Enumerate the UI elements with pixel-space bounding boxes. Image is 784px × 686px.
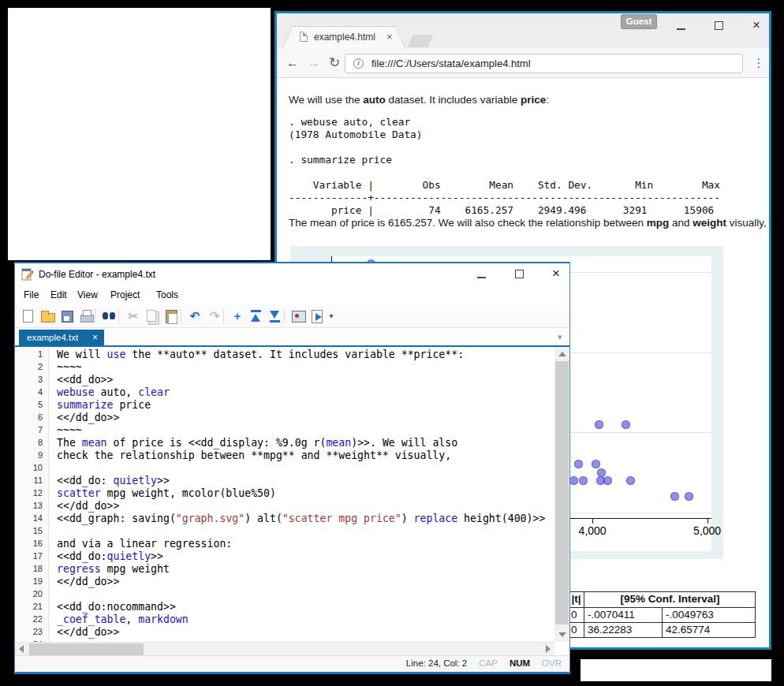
editor-line: We will use the **auto** dataset. It inc… (57, 349, 464, 360)
editor-line: regress mpg weight (57, 563, 170, 575)
browser-close-button[interactable]: × (745, 17, 767, 35)
redo-icon[interactable]: ↷ (206, 308, 223, 325)
line-number: 19 (33, 576, 43, 586)
undo-icon[interactable]: ↶ (186, 308, 203, 325)
editor-line: <</dd_do>> (57, 626, 119, 638)
scroll-right-icon[interactable] (546, 645, 551, 653)
output-line: . webuse auto, clear (289, 116, 720, 129)
editor-line: <<dd_do: quietly>> (57, 475, 170, 487)
line-number: 16 (33, 539, 43, 548)
line-number: 9 (38, 450, 43, 460)
save-file-icon[interactable] (58, 308, 76, 325)
scatter-point (622, 420, 630, 429)
blank-window (8, 8, 271, 260)
scatter-point (569, 476, 578, 485)
editor-line: <<dd_do:quietly>> (57, 550, 163, 562)
paste-icon[interactable] (162, 308, 180, 325)
x-tick-label: 5,000 (684, 524, 731, 537)
table-cell: 42.65774 (663, 623, 756, 638)
toolbar-separator (181, 308, 181, 323)
menu-tools[interactable]: Tools (156, 289, 178, 300)
browser-menu-icon[interactable]: ⋮ (751, 54, 767, 72)
tab-list-caret-icon[interactable]: ▾ (558, 332, 562, 342)
line-number: 1 (38, 349, 43, 359)
code-editor-area[interactable]: 123456789101112131415161718192021222324 … (15, 347, 554, 642)
x-tick (592, 519, 593, 524)
guest-profile-badge[interactable]: Guest (621, 14, 657, 29)
horizontal-scrollbar[interactable] (15, 642, 554, 655)
scatter-point (597, 468, 606, 477)
line-number: 7 (38, 425, 43, 434)
line-number: 23 (33, 627, 43, 636)
horizontal-scroll-thumb[interactable] (29, 643, 144, 655)
line-number: 15 (33, 526, 43, 535)
vertical-scroll-thumb[interactable] (555, 361, 569, 624)
minimize-icon (477, 277, 486, 278)
line-number: 2 (38, 362, 43, 371)
line-number: 14 (33, 513, 43, 523)
line-number: 21 (33, 602, 43, 611)
scatter-point (592, 460, 600, 468)
new-tab-button[interactable] (408, 35, 433, 47)
new-file-icon[interactable] (19, 308, 36, 325)
editor-line: ~~~~ (57, 424, 82, 436)
editor-line: ~~~~ (57, 361, 82, 373)
preview-document-icon[interactable] (289, 308, 307, 325)
table-cell: -.0049763 (663, 608, 756, 623)
print-icon[interactable] (78, 308, 95, 325)
scatter-point (574, 460, 583, 468)
menu-project[interactable]: Project (110, 289, 140, 300)
scroll-up-icon[interactable] (558, 352, 566, 356)
cut-icon[interactable]: ✂ (125, 308, 142, 325)
menu-edit[interactable]: Edit (50, 289, 67, 300)
overwrite-indicator: OVR (542, 658, 562, 668)
editor-close-button[interactable]: × (544, 266, 568, 283)
editor-maximize-button[interactable] (507, 266, 531, 283)
browser-tab[interactable]: example4.html × (282, 26, 405, 48)
scatter-point (603, 476, 612, 485)
menu-file[interactable]: File (24, 289, 39, 300)
vertical-scrollbar[interactable] (554, 347, 569, 642)
info-icon[interactable]: i (353, 58, 364, 69)
minimize-icon (677, 28, 685, 30)
scroll-down-icon[interactable] (558, 632, 566, 637)
bookmark-toggle-icon[interactable]: + (229, 308, 246, 325)
toolbar-separator (118, 308, 119, 323)
editor-toolbar: ✂↶↷+▾ (15, 305, 569, 328)
browser-minimize-button[interactable] (670, 17, 692, 35)
tab-close-icon[interactable]: × (92, 332, 98, 343)
find-icon[interactable] (100, 308, 118, 325)
toolbar-separator (223, 308, 224, 323)
forward-icon[interactable]: → (305, 54, 323, 72)
editor-line: check the relationship between **mpg** a… (57, 449, 451, 461)
line-number: 17 (33, 551, 43, 561)
coefficient-table-fragment: |t|[95% Conf. Interval]0-.0070411-.00497… (567, 591, 756, 638)
back-icon[interactable]: ← (284, 54, 301, 72)
tab-close-icon[interactable]: × (386, 31, 393, 43)
editor-minimize-button[interactable] (469, 266, 493, 283)
scatter-point (579, 476, 588, 485)
browser-maximize-button[interactable] (707, 17, 730, 35)
scroll-left-icon[interactable] (19, 645, 24, 653)
stata-output-block: . webuse auto, clear(1978 Automobile Dat… (289, 116, 720, 217)
refresh-icon[interactable]: ↻ (326, 54, 343, 72)
copy-icon[interactable] (144, 308, 161, 325)
line-number: 18 (33, 564, 43, 573)
menu-view[interactable]: View (77, 289, 98, 300)
bookmark-next-icon[interactable] (267, 308, 284, 325)
editor-status-bar: Line: 24, Col: 2 CAP NUM OVR (15, 655, 569, 672)
table-cell: 36.22283 (584, 623, 663, 638)
editor-menu-bar: FileEditViewProjectTools (15, 285, 569, 305)
address-bar[interactable]: i file:///C:/Users/stata/example4.html (345, 54, 743, 73)
editor-tab-example4[interactable]: example4.txt × (19, 330, 104, 345)
line-number: 10 (33, 463, 43, 472)
output-line: price | 74 6165.257 2949.496 3291 15906 (289, 204, 720, 217)
x-tick (707, 519, 708, 524)
dofile-editor-window: Do-file Editor - example4.txt × FileEdit… (14, 262, 570, 674)
open-file-icon[interactable] (39, 308, 56, 325)
line-number: 3 (38, 375, 43, 384)
browser-tab-strip: example4.html × Guest × (277, 13, 769, 48)
execute-do-dropdown-icon[interactable]: ▾ (323, 308, 340, 325)
x-tick-label: 4,000 (569, 524, 616, 537)
bookmark-previous-icon[interactable] (248, 308, 265, 325)
